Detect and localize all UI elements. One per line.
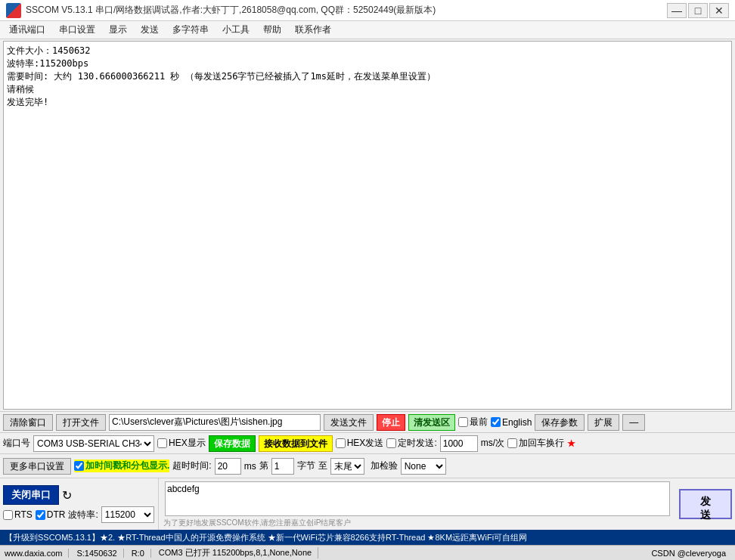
- send-file-button[interactable]: 发送文件: [324, 414, 374, 431]
- footer-csdn: CSDN @cleveryoga: [645, 549, 732, 558]
- baud-select[interactable]: 115200: [101, 506, 154, 523]
- scheduled-send-label[interactable]: 定时发送:: [386, 437, 436, 450]
- titlebar-controls: — □ ✕: [667, 3, 729, 18]
- close-button[interactable]: ✕: [709, 3, 729, 18]
- row1-controls: 清除窗口 打开文件 C:\Users\clever嘉\Pictures\图片\s…: [0, 412, 735, 433]
- interval-unit-label: ms/次: [481, 437, 504, 450]
- red-star-icon: ★: [567, 438, 575, 449]
- newline-label[interactable]: 加回车换行: [507, 437, 564, 450]
- menu-port-settings[interactable]: 串口设置: [53, 22, 101, 38]
- menu-tools[interactable]: 小工具: [216, 22, 256, 38]
- stop-button[interactable]: 停止: [377, 414, 405, 431]
- menu-comm-port[interactable]: 通讯端口: [3, 22, 51, 38]
- timeout-unit-label: ms: [244, 461, 256, 472]
- promote-text: 为了更好地发展SSCOM软件,请您注册嘉立创iP结尾客户: [162, 518, 673, 528]
- port-select[interactable]: COM3 USB-SERIAL CH340: [33, 435, 154, 452]
- menu-send[interactable]: 发送: [135, 22, 165, 38]
- interval-input[interactable]: [440, 435, 478, 452]
- english-checkbox-label[interactable]: English: [491, 417, 532, 428]
- minimize-button[interactable]: —: [667, 3, 687, 18]
- output-line-5: 发送完毕!: [7, 96, 728, 109]
- menu-help[interactable]: 帮助: [257, 22, 287, 38]
- clear-window-button[interactable]: 清除窗口: [3, 414, 53, 431]
- english-label: English: [502, 417, 532, 428]
- send-area: 关闭串口 ↻ RTS DTR 波特率: 115200: [0, 478, 735, 530]
- hex-display-label[interactable]: HEX显示: [157, 437, 206, 450]
- newline-checkbox[interactable]: [507, 438, 517, 448]
- menu-multi-string[interactable]: 多字符串: [166, 22, 215, 38]
- output-area[interactable]: 文件大小：1450632 波特率:115200bps 需要时间: 大约 130.…: [3, 41, 732, 410]
- hex-send-label[interactable]: HEX发送: [336, 437, 384, 450]
- dtr-checkbox[interactable]: [36, 510, 45, 520]
- title-text: SSCOM V5.13.1 串口/网络数据调试器,作者:大虾丁丁,2618058…: [26, 4, 436, 17]
- row2-controls: 端口号 COM3 USB-SERIAL CH340 HEX显示 保存数据 接收数…: [0, 433, 735, 454]
- last-label: 最前: [470, 416, 488, 429]
- hex-send-checkbox[interactable]: [336, 438, 346, 448]
- output-line-1: 文件大小：1450632: [7, 45, 728, 57]
- rts-text: RTS: [14, 509, 33, 520]
- open-file-button[interactable]: 打开文件: [56, 414, 106, 431]
- packet-label: 第: [259, 459, 268, 472]
- ticker-bar: 【升级到SSCOM5.13.1】★2. ★RT-Thread中国人的开源免费操作…: [0, 530, 735, 545]
- output-line-4: 请稍候: [7, 83, 728, 96]
- more-settings-button[interactable]: 更多串口设置: [3, 458, 71, 475]
- hex-display-checkbox[interactable]: [157, 438, 167, 448]
- hex-send-text: HEX发送: [347, 437, 384, 450]
- rts-label[interactable]: RTS: [3, 509, 33, 520]
- output-line-3: 需要时间: 大约 130.666000366211 秒 （每发送256字节已经被…: [7, 70, 728, 83]
- footer-website: www.daxia.com: [3, 549, 69, 558]
- checksum-label: 加检验: [371, 459, 398, 472]
- send-button-area: 发 送: [676, 478, 735, 530]
- file-path-input[interactable]: C:\Users\clever嘉\Pictures\图片\sishen.jpg: [109, 414, 321, 431]
- output-line-2: 波特率:115200bps: [7, 57, 728, 70]
- save-data-button[interactable]: 保存数据: [209, 435, 256, 452]
- end-select[interactable]: 末尾: [330, 458, 364, 475]
- packet-num-input[interactable]: [271, 458, 294, 475]
- to-label: 至: [318, 459, 327, 472]
- save-params-button[interactable]: 保存参数: [535, 414, 585, 431]
- main-area: 文件大小：1450632 波特率:115200bps 需要时间: 大约 130.…: [0, 39, 735, 530]
- scheduled-send-text: 定时发送:: [398, 437, 436, 450]
- footer-statusbar: www.daxia.com S:1450632 R:0 COM3 已打开 115…: [0, 545, 735, 560]
- clear-send-area-button[interactable]: 清发送区: [408, 414, 455, 431]
- last-checkbox-label[interactable]: 最前: [458, 416, 488, 429]
- timestamp-text: 加时间戳和分包显示.: [85, 459, 169, 472]
- timestamp-checkbox[interactable]: [74, 461, 84, 471]
- footer-size: S:1450632: [70, 549, 123, 558]
- dtr-label[interactable]: DTR: [36, 509, 66, 520]
- send-text-input[interactable]: abcdefg: [165, 481, 670, 516]
- packet-unit-label: 字节: [297, 459, 315, 472]
- titlebar-left: SSCOM V5.13.1 串口/网络数据调试器,作者:大虾丁丁,2618058…: [6, 3, 436, 18]
- expand-button[interactable]: 扩展: [588, 414, 619, 431]
- baud-label: 波特率:: [68, 509, 98, 521]
- footer-receive: R:0: [126, 549, 151, 558]
- rts-checkbox[interactable]: [3, 510, 13, 520]
- dtr-text: DTR: [47, 509, 66, 520]
- bottom-controls: 清除窗口 打开文件 C:\Users\clever嘉\Pictures\图片\s…: [0, 411, 735, 530]
- newline-text: 加回车换行: [519, 437, 564, 450]
- ticker-text: 【升级到SSCOM5.13.1】★2. ★RT-Thread中国人的开源免费操作…: [5, 532, 527, 543]
- hex-display-text: HEX显示: [169, 437, 206, 450]
- maximize-button[interactable]: □: [688, 3, 708, 18]
- close-port-button[interactable]: 关闭串口: [3, 485, 59, 505]
- row3-controls: 更多串口设置 加时间戳和分包显示. 超时时间: ms 第 字节 至 末尾 加检验…: [0, 454, 735, 478]
- last-checkbox[interactable]: [458, 417, 468, 427]
- menubar: 通讯端口 串口设置 显示 发送 多字符串 小工具 帮助 联系作者: [0, 21, 735, 39]
- timeout-label: 超时时间:: [172, 459, 211, 472]
- app-logo-icon: [6, 3, 21, 18]
- scheduled-send-checkbox[interactable]: [386, 438, 396, 448]
- footer-com-status: COM3 已打开 115200bps,8,1,None,None: [153, 547, 318, 558]
- timestamp-label[interactable]: 加时间戳和分包显示.: [74, 459, 169, 472]
- english-checkbox[interactable]: [491, 417, 501, 427]
- timeout-input[interactable]: [215, 458, 241, 475]
- menu-display[interactable]: 显示: [103, 22, 133, 38]
- titlebar: SSCOM V5.13.1 串口/网络数据调试器,作者:大虾丁丁,2618058…: [0, 0, 735, 21]
- menu-contact[interactable]: 联系作者: [289, 22, 337, 38]
- refresh-icon[interactable]: ↻: [62, 488, 72, 503]
- send-button[interactable]: 发 送: [679, 489, 732, 519]
- minus-button[interactable]: —: [622, 414, 645, 431]
- port-label: 端口号: [3, 437, 30, 450]
- recv-file-button[interactable]: 接收数据到文件: [259, 435, 333, 452]
- checksum-select[interactable]: None: [401, 458, 446, 475]
